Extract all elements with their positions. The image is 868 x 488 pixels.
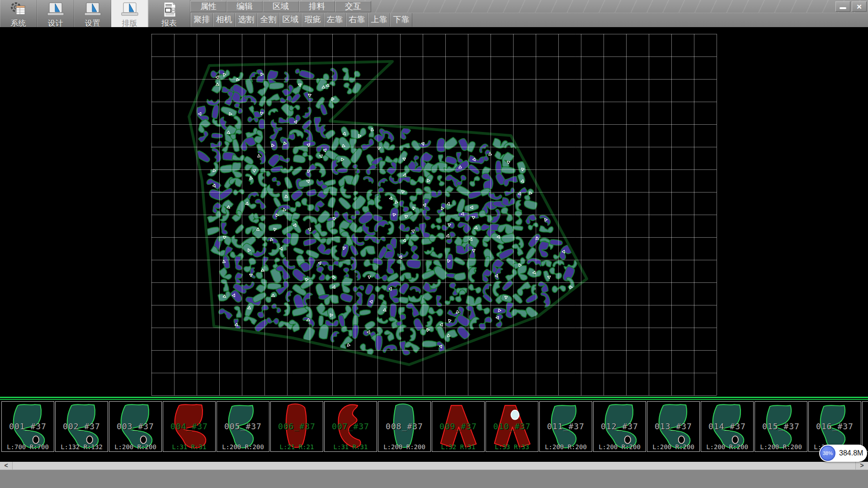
ribbon-tab-layout[interactable]: 排版 [111,0,148,27]
piece-name-label: 015_#37 [755,422,807,431]
design-ruler-icon [46,11,65,19]
application-window: 系统 设计 [0,0,868,488]
piece-thumbnail-strip: 001_#37L:700 R:700002_#37L:132 R:132003_… [0,397,868,462]
piece-name-label: 004_#37 [163,422,215,431]
ribbon-tab-label: 设置 [74,19,111,28]
piece-lr-count-label: L:21 R:21 [271,443,323,450]
tool-align-left[interactable]: 左靠 [324,13,346,27]
menu-item-properties[interactable]: 属性 [190,1,226,12]
tool-defect[interactable]: 瑕疵 [302,13,324,27]
piece-thumbnail-row: 001_#37L:700 R:700002_#37L:132 R:132003_… [1,401,868,452]
piece-shape-preview [863,403,868,450]
piece-name-label: 012_#37 [594,422,646,431]
piece-lr-count-label: L:31 R:31 [325,443,377,450]
minimize-icon [840,7,846,9]
horizontal-scrollbar[interactable]: < > [0,462,868,469]
thumbnail-piece[interactable]: 008_#37L:200 R:200 [378,401,431,452]
thumbnail-piece[interactable]: 003_#37L:200 R:200 [109,401,162,452]
scroll-right-arrow-icon[interactable]: > [855,462,868,469]
ribbon-tab-settings[interactable]: 设置 [74,0,111,27]
thumbnail-piece[interactable]: 005_#37L:200 R:200 [217,401,269,452]
piece-name-label: 005_#37 [217,422,269,431]
tool-select-cut[interactable]: 选割 [235,13,257,27]
toolbar: 系统 设计 [0,0,868,27]
close-button[interactable]: × [852,1,867,12]
piece-lr-count-label: L:132 R:132 [56,443,108,450]
piece-name-label: 014_#37 [701,422,753,431]
piece-name-label: 010_#37 [486,422,538,431]
piece-lr-count-label: L:200 R:200 [217,443,269,450]
piece-lr-count-label: L:200 R:200 [378,443,430,450]
ribbon-tab-label: 设计 [37,19,74,28]
thumbnail-piece[interactable]: 015_#37L:200 R:200 [755,401,807,452]
ribbon-tabs: 系统 设计 [0,0,190,27]
scroll-left-arrow-icon[interactable]: < [0,462,13,469]
tool-align-bottom[interactable]: 下靠 [390,13,412,27]
piece-lr-count-label: L:200 R:200 [540,443,592,450]
piece-name-label: 011_#37 [540,422,592,431]
system-gear-icon [9,11,28,19]
thumbnail-piece[interactable]: 009_#37L:32 R:31 [432,401,485,452]
tool-align-right[interactable]: 右靠 [346,13,368,27]
thumbnail-piece[interactable]: 002_#37L:132 R:132 [55,401,108,452]
thumbnail-piece[interactable]: 013_#37L:200 R:200 [647,401,700,452]
piece-name-label: 001_#37 [2,422,54,431]
ribbon-tab-system[interactable]: 系统 [0,0,37,27]
memory-usage-label: 384.8M [839,445,863,462]
piece-name-label: 003_#37 [109,422,161,431]
menu-item-region[interactable]: 区域 [263,1,299,12]
tool-camera[interactable]: 相机 [213,13,235,27]
piece-lr-count-label: L:200 R:200 [109,443,161,450]
thumbnail-piece[interactable]: 001_#37L:700 R:700 [1,401,54,452]
piece-name-label: 002_#37 [56,422,108,431]
thumbnail-piece[interactable]: 012_#37L:200 R:200 [593,401,646,452]
piece-lr-count-label: L:700 R:700 [2,443,54,450]
tool-buttons-row: 聚排 相机 选割 全割 区域 瑕疵 左靠 右靠 上靠 下靠 [191,13,412,27]
thumbnail-piece[interactable]: 007_#37L:31 R:31 [324,401,377,452]
piece-name-label: 006_#37 [271,422,323,431]
ribbon-tab-label: 报表 [148,19,190,28]
ribbon-tab-label: 排版 [111,19,148,28]
piece-lr-count-label: L:200 R:200 [701,443,753,450]
thumbnail-piece[interactable]: 004_#37L:31 R:31 [163,401,216,452]
piece-name-label: 008_#37 [378,422,430,431]
piece-lr-count-label: L:32 R:31 [432,443,484,450]
window-controls: × [835,1,867,12]
piece-lr-count-label: L:200 R:200 [594,443,646,450]
piece-name-label: 009_#37 [432,422,484,431]
progress-percent-badge: 38% [820,446,835,461]
nesting-canvas[interactable] [0,27,868,397]
piece-name-label: 016_#37 [809,422,861,431]
ribbon-tab-report[interactable]: 报表 [148,0,190,27]
thumbnail-piece[interactable]: 006_#37L:21 R:21 [270,401,323,452]
thumbnail-piece[interactable]: 011_#37L:200 R:200 [539,401,592,452]
tool-cluster-nest[interactable]: 聚排 [191,13,213,27]
ribbon-tab-label: 系统 [0,19,37,28]
menu-bar: 属性 编辑 区域 排料 交互 [190,1,371,12]
close-icon: × [857,2,862,11]
menu-item-nesting[interactable]: 排料 [299,1,335,12]
piece-lr-count-label: L:200 R:200 [755,443,807,450]
ribbon-tab-design[interactable]: 设计 [37,0,74,27]
tool-cut-all[interactable]: 全割 [257,13,279,27]
menu-item-edit[interactable]: 编辑 [226,1,263,12]
thumbnail-piece[interactable]: 010_#37L:33 R:33 [486,401,538,452]
progress-percent-label: 38% [823,450,833,456]
piece-lr-count-label: L:31 R:31 [163,443,215,450]
thumbnail-piece[interactable]: 014_#37L:200 R:200 [701,401,754,452]
minimize-button[interactable] [835,1,850,12]
tool-align-top[interactable]: 上靠 [368,13,390,27]
menu-item-interact[interactable]: 交互 [335,1,371,12]
layout-ruler-icon [120,11,139,19]
settings-ruler-icon [83,11,102,19]
tool-region[interactable]: 区域 [279,13,302,27]
piece-lr-count-label: L:200 R:200 [647,443,699,450]
piece-name-label: 007_#37 [325,422,377,431]
status-bar [0,469,868,488]
memory-usage-pill: 38% 384.8M [819,445,867,462]
report-document-icon [160,11,179,19]
piece-lr-count-label: L:33 R:33 [486,443,538,450]
piece-name-label: 013_#37 [647,422,699,431]
